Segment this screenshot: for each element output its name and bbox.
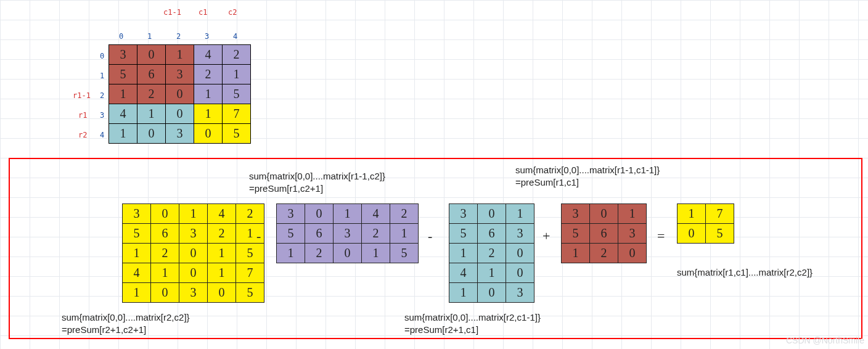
matrix-B: 3 0 1 4 2 5 6 3 2 1 1 2 0 1 5 (276, 203, 419, 263)
cell: 5 (277, 224, 305, 244)
cell: 0 (166, 104, 194, 124)
cell: 2 (305, 244, 334, 263)
cell: 4 (362, 204, 390, 224)
cell: 0 (151, 204, 179, 224)
cell: 1 (123, 244, 151, 263)
cell: 3 (618, 224, 647, 244)
cell: 6 (137, 65, 166, 84)
cell: 3 (109, 45, 137, 65)
top-matrix: 3 0 1 4 2 5 6 3 2 1 1 2 0 1 5 4 1 0 1 7 … (108, 44, 251, 144)
cell: 6 (151, 224, 179, 244)
cell: 1 (208, 244, 236, 263)
cell: 4 (123, 263, 151, 283)
cell: 2 (478, 244, 506, 263)
operator-minus-2: - (428, 228, 432, 244)
row-idx-3: 3 (100, 111, 104, 120)
row-label-r1m1: r1-1 (73, 91, 91, 100)
cell: 0 (208, 283, 236, 303)
cell: 5 (223, 84, 251, 104)
cell: 1 (179, 204, 208, 224)
cell: 5 (390, 244, 419, 263)
row-idx-4: 4 (100, 131, 104, 139)
cell: 0 (478, 283, 506, 303)
cell: 2 (194, 65, 223, 84)
col-label-c2: c2 (228, 8, 237, 17)
cell: 1 (109, 124, 137, 144)
cell: 1 (362, 244, 390, 263)
cell: 5 (123, 224, 151, 244)
cell: 3 (449, 204, 478, 224)
cell: 7 (236, 263, 264, 283)
cell: 0 (166, 84, 194, 104)
cell: 1 (390, 224, 419, 244)
cell: 1 (166, 45, 194, 65)
cell: 2 (223, 45, 251, 65)
row-label-r1: r1 (78, 111, 87, 120)
label-E: sum{matrix[r1,c1]....matrix[r2,c2]} (677, 266, 813, 279)
cell: 2 (208, 224, 236, 244)
cell: 0 (506, 244, 534, 263)
cell: 2 (137, 84, 166, 104)
cell: 2 (236, 204, 264, 224)
label-A: sum{matrix[0,0]....matrix[r2,c2]} =preSu… (62, 311, 190, 335)
cell: 4 (109, 104, 137, 124)
cell: 4 (208, 204, 236, 224)
cell: 3 (506, 224, 534, 244)
cell: 2 (390, 204, 419, 224)
cell: 1 (618, 204, 647, 224)
cell: 4 (194, 45, 223, 65)
label-B: sum{matrix[0,0]....matrix[r1-1,c2]} =pre… (249, 170, 385, 194)
matrix-D: 3 0 1 5 6 3 1 2 0 (561, 203, 647, 263)
cell: 3 (166, 65, 194, 84)
row-idx-2: 2 (100, 91, 104, 100)
cell: 1 (449, 244, 478, 263)
col-idx-3: 3 (205, 32, 209, 41)
cell: 1 (137, 104, 166, 124)
cell: 0 (678, 224, 706, 244)
cell: 3 (166, 124, 194, 144)
operator-minus-1: - (256, 228, 261, 244)
cell: 0 (618, 244, 647, 263)
row-idx-1: 1 (100, 72, 104, 80)
cell: 3 (123, 204, 151, 224)
cell: 1 (194, 84, 223, 104)
cell: 1 (506, 204, 534, 224)
cell: 3 (506, 283, 534, 303)
cell: 0 (137, 124, 166, 144)
label-C: sum{matrix[0,0]....matrix[r2,c1-1]} =pre… (404, 311, 541, 335)
cell: 5 (109, 65, 137, 84)
cell: 2 (151, 244, 179, 263)
cell: 1 (449, 283, 478, 303)
col-idx-4: 4 (233, 32, 237, 41)
cell: 1 (109, 84, 137, 104)
cell: 0 (179, 263, 208, 283)
cell: 0 (506, 263, 534, 283)
cell: 7 (706, 204, 734, 224)
cell: 1 (223, 65, 251, 84)
matrix-A: 3 0 1 4 2 5 6 3 2 1 1 2 0 1 5 4 1 0 1 7 … (122, 203, 264, 303)
row-idx-0: 0 (100, 52, 104, 60)
cell: 0 (151, 283, 179, 303)
cell: 3 (179, 224, 208, 244)
cell: 2 (590, 244, 618, 263)
matrix-E: 1 7 0 5 (677, 203, 734, 244)
cell: 1 (562, 244, 590, 263)
cell: 1 (277, 244, 305, 263)
cell: 1 (678, 204, 706, 224)
cell: 3 (277, 204, 305, 224)
cell: 3 (334, 224, 362, 244)
watermark: CSDN @NorthSmile (786, 335, 864, 345)
cell: 3 (562, 204, 590, 224)
operator-plus: + (542, 228, 550, 244)
cell: 5 (706, 224, 734, 244)
cell: 1 (151, 263, 179, 283)
col-idx-0: 0 (119, 32, 123, 41)
cell: 0 (478, 204, 506, 224)
cell: 0 (590, 204, 618, 224)
cell: 1 (478, 263, 506, 283)
col-idx-1: 1 (147, 32, 152, 41)
col-label-c1m1: c1-1 (163, 8, 181, 17)
cell: 1 (123, 283, 151, 303)
cell: 5 (449, 224, 478, 244)
cell: 0 (334, 244, 362, 263)
